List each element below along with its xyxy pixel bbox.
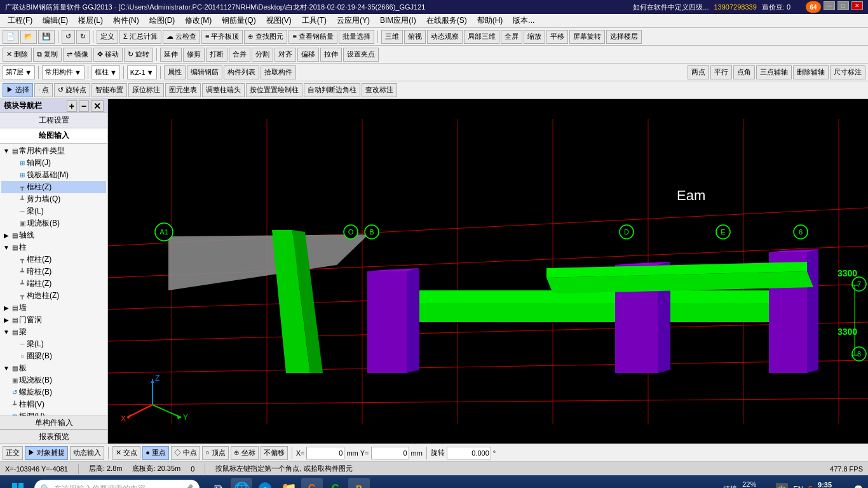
smart-layout-button[interactable]: 智能布置: [92, 83, 127, 97]
align-button[interactable]: 对齐: [275, 48, 296, 62]
menu-yunyingyong[interactable]: 云应用(Y): [332, 14, 375, 27]
object-snap-button[interactable]: ▶ 对象捕捉: [25, 446, 68, 460]
menu-huitu[interactable]: 绘图(D): [144, 14, 180, 27]
place-column-button[interactable]: 按位置置绘制柱: [246, 83, 302, 97]
menu-loudeng[interactable]: 楼层(L): [73, 14, 108, 27]
tree-spiralslab[interactable]: ↺ 螺旋板(B): [1, 386, 106, 398]
y-input[interactable]: [371, 447, 409, 459]
input-mode[interactable]: EN: [793, 485, 803, 488]
zoom-button[interactable]: 缩放: [524, 30, 545, 44]
vertex-snap-button[interactable]: ○ 顶点: [202, 446, 229, 460]
pan-button[interactable]: 平移: [546, 30, 568, 44]
component-type-dropdown[interactable]: 常用构件 ▼: [42, 65, 85, 79]
edit-rebar-button[interactable]: 编辑钢筋: [187, 65, 222, 79]
mirror-button[interactable]: ⇌ 镜像: [63, 48, 92, 62]
define-button[interactable]: 定义: [97, 30, 118, 44]
menu-banben[interactable]: 版本...: [508, 14, 539, 27]
tree-columnhat[interactable]: ┻ 柱帽(V): [1, 398, 106, 410]
menu-gangjianliang[interactable]: 钢筋量(Q): [217, 14, 261, 27]
component-id-dropdown[interactable]: KZ-1 ▼: [127, 65, 157, 79]
rot-input[interactable]: [447, 447, 491, 459]
tree-frame-column[interactable]: ┳ 框柱(Z): [1, 181, 106, 193]
menu-bimyingyong[interactable]: BIM应用(I): [375, 14, 421, 27]
twopoint-button[interactable]: 两点: [688, 65, 709, 79]
setgrip-button[interactable]: 设置夹点: [343, 48, 379, 62]
menu-zaixianfuwu[interactable]: 在线服务(S): [421, 14, 472, 27]
menu-shitu[interactable]: 视图(V): [261, 14, 297, 27]
gcm-icon[interactable]: G: [325, 478, 346, 488]
fullscreen-button[interactable]: 全屏: [501, 30, 522, 44]
screen-rotate-button[interactable]: 屏幕旋转: [569, 30, 605, 44]
stretch-button[interactable]: 拉伸: [320, 48, 342, 62]
extend-button[interactable]: 延伸: [160, 48, 182, 62]
tree-columns-cat[interactable]: ▼ ▤ 柱: [1, 241, 106, 254]
local-3d-button[interactable]: 局部三维: [464, 30, 499, 44]
merge-button[interactable]: 合并: [229, 48, 250, 62]
trim-button[interactable]: 修剪: [183, 48, 205, 62]
copy-button[interactable]: ⧉ 复制: [33, 48, 62, 62]
tree-castslab[interactable]: ▣ 现浇板(B): [1, 374, 106, 386]
coord-snap-button[interactable]: ⊕ 坐标: [231, 446, 259, 460]
tree-walls-cat[interactable]: ▶ ▤ 墙: [1, 302, 106, 314]
delete-axis-button[interactable]: 删除辅轴: [793, 65, 829, 79]
nav-close-icon[interactable]: ✕: [91, 100, 104, 112]
undo-button[interactable]: ↺: [62, 30, 75, 44]
tree-darkcol[interactable]: ┻ 暗柱(Z): [1, 266, 106, 278]
glodon-tray[interactable]: S: [808, 485, 813, 488]
inplace-label-button[interactable]: 原位标注: [128, 83, 164, 97]
dynamic-input-button[interactable]: 动态输入: [70, 446, 104, 460]
threepoint-axis-button[interactable]: 三点辅轴: [756, 65, 792, 79]
save-button[interactable]: 💾: [38, 30, 55, 44]
batch-select-button[interactable]: 批量选择: [339, 30, 374, 44]
nav-add-icon[interactable]: +: [67, 100, 77, 112]
sub-type-dropdown[interactable]: 框柱 ▼: [92, 65, 120, 79]
midpoint-snap-button[interactable]: ● 重点: [142, 446, 169, 460]
flushboard-button[interactable]: ≡ 平齐板顶: [201, 30, 243, 44]
x-input[interactable]: [306, 447, 344, 459]
tree-beams-cat[interactable]: ▼ ▤ 梁: [1, 326, 106, 338]
dimension-button[interactable]: 尺寸标注: [830, 65, 865, 79]
topview-button[interactable]: 俯视: [404, 30, 426, 44]
view-rebar-button[interactable]: ≡ 查看钢筋量: [288, 30, 337, 44]
ortho-button[interactable]: 正交: [3, 446, 23, 460]
component-list-button[interactable]: 构件列表: [224, 65, 259, 79]
viewport[interactable]: A1 O B D E 6 7 8 3300 3300: [108, 99, 868, 444]
check-annotation-button[interactable]: 查改标注: [362, 83, 397, 97]
tree-structcol[interactable]: ┳ 构造柱(Z): [1, 290, 106, 302]
layer-dropdown[interactable]: 第7层 ▼: [3, 65, 35, 79]
rotate-point-button[interactable]: ↺ 旋转点: [54, 83, 90, 97]
pointangle-button[interactable]: 点角: [733, 65, 755, 79]
cloud-check-button[interactable]: ☁ 云检查: [163, 30, 200, 44]
report-view-button[interactable]: 报表预览: [0, 430, 107, 444]
tree-openings-cat[interactable]: ▶ ▤ 门窗洞: [1, 314, 106, 326]
menu-goujian[interactable]: 构件(N): [108, 14, 144, 27]
select-floor-button[interactable]: 选择楼层: [606, 30, 642, 44]
auto-corner-column-button[interactable]: 自动判断边角柱: [304, 83, 360, 97]
menu-bangzhu[interactable]: 帮助(H): [472, 14, 508, 27]
taskbar-search[interactable]: 🔍 在这里输入你要搜索的内容 🎤: [34, 480, 200, 488]
tree-raft-foundation[interactable]: ⊞ 筏板基础(M): [1, 169, 106, 181]
redo-button[interactable]: ↻: [76, 30, 90, 44]
menu-gongju[interactable]: 工具(T): [297, 14, 332, 27]
pick-component-button[interactable]: 拾取构件: [261, 65, 296, 79]
nav-remove-icon[interactable]: −: [79, 100, 89, 112]
tree-slab[interactable]: ▣ 现浇板(B): [1, 217, 106, 229]
tree-shear-wall[interactable]: ┻ 剪力墙(Q): [1, 193, 106, 205]
new-button[interactable]: 📄: [3, 30, 19, 44]
tree-common-types[interactable]: ▼ ▤ 常用构件类型: [1, 145, 106, 157]
calc-button[interactable]: Σ 汇总计算: [119, 30, 161, 44]
rotate-button[interactable]: ↻ 旋转: [124, 48, 153, 62]
select-tool-button[interactable]: ▶ 选择: [3, 83, 33, 97]
split-button[interactable]: 分割: [252, 48, 273, 62]
adjust-column-head-button[interactable]: 调整柱端头: [202, 83, 245, 97]
close-button[interactable]: ✕: [851, 1, 863, 10]
parallel-button[interactable]: 平行: [710, 65, 732, 79]
project-settings-link[interactable]: 工程设置: [0, 113, 107, 128]
element-table-button[interactable]: 图元坐表: [165, 83, 201, 97]
taskview-button[interactable]: ⧉: [207, 478, 229, 488]
tree-ringbeam[interactable]: ○ 圈梁(B): [1, 350, 106, 362]
tree-framecol[interactable]: ┳ 框柱(Z): [1, 254, 106, 266]
dynamic-view-button[interactable]: 动态观察: [427, 30, 463, 44]
menu-gongcheng[interactable]: 工程(F): [3, 14, 37, 27]
delete-button[interactable]: ✕ 删除: [3, 48, 32, 62]
